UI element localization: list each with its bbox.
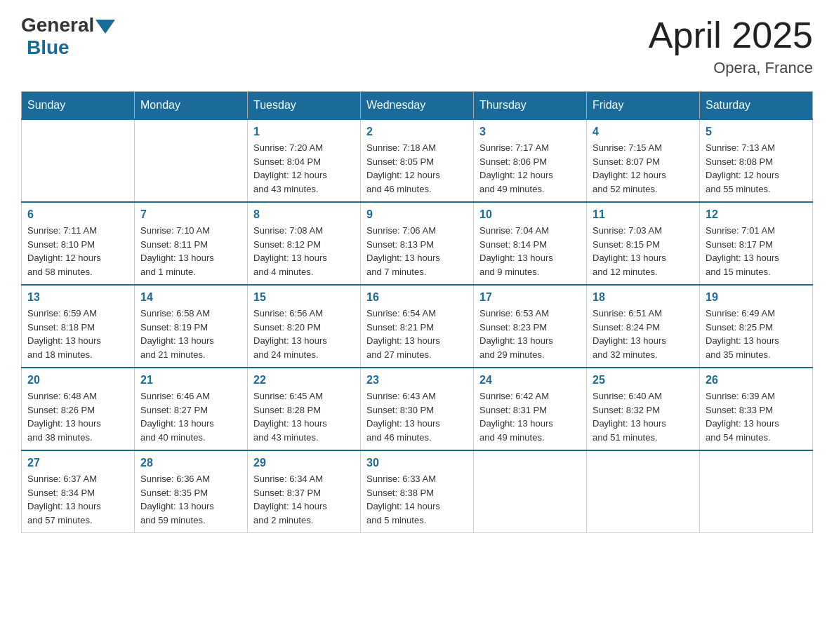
weekday-header-wednesday: Wednesday [361,92,474,120]
day-info: Sunrise: 6:46 AM Sunset: 8:27 PM Dayligh… [140,389,241,444]
calendar-cell: 8Sunrise: 7:08 AM Sunset: 8:12 PM Daylig… [248,202,361,285]
day-info: Sunrise: 6:51 AM Sunset: 8:24 PM Dayligh… [593,307,694,361]
day-info: Sunrise: 6:48 AM Sunset: 8:26 PM Dayligh… [27,389,128,444]
calendar-cell: 29Sunrise: 6:34 AM Sunset: 8:37 PM Dayli… [248,450,361,533]
calendar-cell [135,119,248,202]
calendar-cell: 27Sunrise: 6:37 AM Sunset: 8:34 PM Dayli… [22,450,135,533]
week-row-2: 6Sunrise: 7:11 AM Sunset: 8:10 PM Daylig… [22,202,813,285]
day-number: 16 [366,291,468,304]
day-info: Sunrise: 6:43 AM Sunset: 8:30 PM Dayligh… [366,389,468,444]
calendar-cell: 18Sunrise: 6:51 AM Sunset: 8:24 PM Dayli… [587,285,700,368]
day-number: 9 [366,208,468,221]
day-info: Sunrise: 7:04 AM Sunset: 8:14 PM Dayligh… [479,224,581,279]
day-number: 21 [140,374,241,387]
day-info: Sunrise: 6:59 AM Sunset: 8:18 PM Dayligh… [27,307,128,361]
day-number: 10 [479,208,581,221]
calendar-cell: 21Sunrise: 6:46 AM Sunset: 8:27 PM Dayli… [135,368,248,450]
week-row-1: 1Sunrise: 7:20 AM Sunset: 8:04 PM Daylig… [22,119,813,202]
day-number: 27 [27,457,128,469]
day-info: Sunrise: 6:34 AM Sunset: 8:37 PM Dayligh… [253,472,355,527]
logo-general-text: General [21,14,94,36]
week-row-3: 13Sunrise: 6:59 AM Sunset: 8:18 PM Dayli… [22,285,813,368]
day-info: Sunrise: 6:33 AM Sunset: 8:38 PM Dayligh… [366,472,468,527]
location-subtitle: Opera, France [649,59,813,77]
day-number: 8 [253,208,355,221]
day-number: 4 [593,126,694,138]
calendar-cell: 4Sunrise: 7:15 AM Sunset: 8:07 PM Daylig… [587,119,700,202]
day-number: 19 [706,291,807,304]
calendar-cell: 23Sunrise: 6:43 AM Sunset: 8:30 PM Dayli… [361,368,474,450]
logo-triangle-icon [95,20,115,34]
day-info: Sunrise: 6:49 AM Sunset: 8:25 PM Dayligh… [706,307,807,361]
calendar-cell: 24Sunrise: 6:42 AM Sunset: 8:31 PM Dayli… [474,368,587,450]
day-number: 28 [140,457,241,469]
day-info: Sunrise: 7:17 AM Sunset: 8:06 PM Dayligh… [479,141,581,196]
weekday-header-saturday: Saturday [700,92,813,120]
calendar-cell: 6Sunrise: 7:11 AM Sunset: 8:10 PM Daylig… [22,202,135,285]
title-block: April 2025 Opera, France [649,14,813,77]
day-number: 20 [27,374,128,387]
calendar-cell: 9Sunrise: 7:06 AM Sunset: 8:13 PM Daylig… [361,202,474,285]
week-row-4: 20Sunrise: 6:48 AM Sunset: 8:26 PM Dayli… [22,368,813,450]
day-info: Sunrise: 6:58 AM Sunset: 8:19 PM Dayligh… [140,307,241,361]
day-info: Sunrise: 6:37 AM Sunset: 8:34 PM Dayligh… [27,472,128,527]
calendar-cell: 25Sunrise: 6:40 AM Sunset: 8:32 PM Dayli… [587,368,700,450]
weekday-header-sunday: Sunday [22,92,135,120]
calendar-cell [474,450,587,533]
day-number: 25 [593,374,694,387]
day-info: Sunrise: 7:11 AM Sunset: 8:10 PM Dayligh… [27,224,128,279]
day-info: Sunrise: 6:56 AM Sunset: 8:20 PM Dayligh… [253,307,355,361]
day-info: Sunrise: 7:03 AM Sunset: 8:15 PM Dayligh… [593,224,694,279]
day-info: Sunrise: 7:06 AM Sunset: 8:13 PM Dayligh… [366,224,468,279]
calendar-cell: 12Sunrise: 7:01 AM Sunset: 8:17 PM Dayli… [700,202,813,285]
day-number: 7 [140,208,241,221]
calendar-cell [587,450,700,533]
day-info: Sunrise: 6:42 AM Sunset: 8:31 PM Dayligh… [479,389,581,444]
calendar-cell: 28Sunrise: 6:36 AM Sunset: 8:35 PM Dayli… [135,450,248,533]
day-info: Sunrise: 6:54 AM Sunset: 8:21 PM Dayligh… [366,307,468,361]
calendar-header-row: SundayMondayTuesdayWednesdayThursdayFrid… [22,92,813,120]
calendar-table: SundayMondayTuesdayWednesdayThursdayFrid… [21,91,813,533]
day-info: Sunrise: 6:36 AM Sunset: 8:35 PM Dayligh… [140,472,241,527]
calendar-cell: 16Sunrise: 6:54 AM Sunset: 8:21 PM Dayli… [361,285,474,368]
week-row-5: 27Sunrise: 6:37 AM Sunset: 8:34 PM Dayli… [22,450,813,533]
calendar-cell: 26Sunrise: 6:39 AM Sunset: 8:33 PM Dayli… [700,368,813,450]
day-number: 14 [140,291,241,304]
day-number: 6 [27,208,128,221]
calendar-cell: 22Sunrise: 6:45 AM Sunset: 8:28 PM Dayli… [248,368,361,450]
day-info: Sunrise: 7:01 AM Sunset: 8:17 PM Dayligh… [706,224,807,279]
day-number: 11 [593,208,694,221]
day-info: Sunrise: 6:45 AM Sunset: 8:28 PM Dayligh… [253,389,355,444]
day-number: 24 [479,374,581,387]
logo-blue-text: Blue [27,36,70,58]
day-info: Sunrise: 6:53 AM Sunset: 8:23 PM Dayligh… [479,307,581,361]
day-info: Sunrise: 7:20 AM Sunset: 8:04 PM Dayligh… [253,141,355,196]
calendar-cell: 10Sunrise: 7:04 AM Sunset: 8:14 PM Dayli… [474,202,587,285]
day-number: 12 [706,208,807,221]
day-number: 2 [366,126,468,138]
day-info: Sunrise: 7:15 AM Sunset: 8:07 PM Dayligh… [593,141,694,196]
day-number: 22 [253,374,355,387]
calendar-cell: 1Sunrise: 7:20 AM Sunset: 8:04 PM Daylig… [248,119,361,202]
day-number: 23 [366,374,468,387]
day-number: 15 [253,291,355,304]
day-number: 3 [479,126,581,138]
day-info: Sunrise: 7:18 AM Sunset: 8:05 PM Dayligh… [366,141,468,196]
calendar-cell: 3Sunrise: 7:17 AM Sunset: 8:06 PM Daylig… [474,119,587,202]
weekday-header-thursday: Thursday [474,92,587,120]
month-year-title: April 2025 [649,14,813,56]
calendar-cell [22,119,135,202]
day-info: Sunrise: 7:10 AM Sunset: 8:11 PM Dayligh… [140,224,241,279]
page-header: General Blue April 2025 Opera, France [21,14,813,77]
day-info: Sunrise: 6:40 AM Sunset: 8:32 PM Dayligh… [593,389,694,444]
day-number: 29 [253,457,355,469]
day-number: 13 [27,291,128,304]
calendar-cell [700,450,813,533]
day-number: 30 [366,457,468,469]
weekday-header-tuesday: Tuesday [248,92,361,120]
calendar-cell: 13Sunrise: 6:59 AM Sunset: 8:18 PM Dayli… [22,285,135,368]
calendar-cell: 30Sunrise: 6:33 AM Sunset: 8:38 PM Dayli… [361,450,474,533]
logo: General Blue [21,14,115,59]
calendar-cell: 15Sunrise: 6:56 AM Sunset: 8:20 PM Dayli… [248,285,361,368]
day-number: 18 [593,291,694,304]
